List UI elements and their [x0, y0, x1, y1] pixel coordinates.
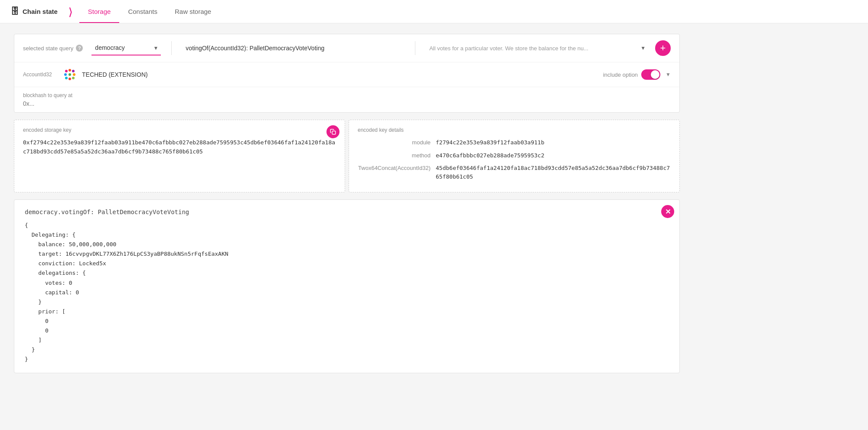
copy-key-button[interactable]: [326, 125, 339, 138]
svg-point-3: [72, 70, 75, 72]
top-navigation: 🗄 Chain state ❯ Storage Constants Raw st…: [0, 0, 868, 23]
query-label-text: selected state query: [23, 45, 73, 52]
key-detail-method-value: e470c6afbbbc027eb288ade7595953c2: [436, 151, 544, 160]
account-section: AccountId32 TECHED (EXTENSION) inclu: [14, 62, 679, 87]
svg-point-6: [73, 73, 75, 76]
tab-storage[interactable]: Storage: [79, 0, 120, 23]
close-result-button[interactable]: ✕: [661, 205, 674, 218]
result-panel: democracy.votingOf: PalletDemocracyVoteV…: [14, 199, 680, 373]
module-select-wrapper: democracy ▼: [91, 41, 161, 55]
desc-select-wrapper: All votes for a particular voter. We sto…: [426, 42, 648, 55]
encoded-storage-key-panel: encoded storage key 0xf2794c22e353e9a839…: [14, 120, 345, 192]
nav-separator-icon: ❯: [68, 6, 72, 17]
method-select[interactable]: votingOf(AccountId32): PalletDemocracyVo…: [182, 41, 405, 55]
add-query-button[interactable]: +: [655, 40, 671, 56]
key-detail-module-value: f2794c22e353e9a839f12faab03a911b: [436, 138, 544, 147]
include-option-section: include option ▼: [603, 69, 671, 80]
module-select[interactable]: democracy: [91, 41, 161, 55]
account-name: TECHED (EXTENSION): [82, 71, 148, 78]
brand-logo: 🗄 Chain state: [10, 7, 58, 16]
svg-point-7: [65, 77, 68, 79]
toggle-knob: [651, 70, 659, 79]
key-detail-twox-value: 45db6ef03646faf1a24120fa18ac718bd93cdd57…: [436, 164, 671, 181]
blockhash-input[interactable]: [23, 100, 671, 107]
encoded-storage-key-label: encoded storage key: [23, 127, 336, 133]
brand-title: Chain state: [23, 8, 58, 15]
tab-constants[interactable]: Constants: [119, 0, 166, 23]
encoded-key-details-label: encoded key details: [358, 127, 671, 133]
key-detail-module-row: module f2794c22e353e9a839f12faab03a911b: [358, 138, 671, 147]
query-section: selected state query ? democracy ▼ votin…: [14, 34, 679, 62]
help-icon[interactable]: ?: [76, 45, 83, 52]
key-detail-twox-row: Twox64Concat(AccountId32) 45db6ef03646fa…: [358, 164, 671, 181]
svg-point-4: [64, 73, 67, 76]
blockhash-section: blockhash to query at: [14, 87, 679, 112]
account-id-label: AccountId32: [23, 72, 58, 78]
query-label: selected state query ?: [23, 45, 83, 52]
svg-point-5: [69, 73, 71, 76]
method-select-wrapper: votingOf(AccountId32): PalletDemocracyVo…: [182, 41, 405, 55]
query-divider-2: [415, 41, 415, 55]
svg-point-1: [65, 70, 68, 72]
svg-point-8: [69, 78, 71, 80]
svg-point-9: [72, 77, 75, 79]
svg-point-2: [69, 69, 71, 72]
nav-tabs: Storage Constants Raw storage: [79, 0, 220, 23]
key-detail-module-label: module: [358, 138, 436, 146]
toggle-dropdown-icon[interactable]: ▼: [666, 72, 671, 78]
key-details-table: module f2794c22e353e9a839f12faab03a911b …: [358, 138, 671, 181]
desc-select[interactable]: All votes for a particular voter. We sto…: [426, 42, 648, 55]
key-detail-method-label: method: [358, 151, 436, 159]
blockhash-label: blockhash to query at: [23, 92, 671, 98]
result-title: democracy.votingOf: PalletDemocracyVoteV…: [25, 208, 669, 215]
result-code: { Delegating: { balance: 50,000,000,000 …: [25, 221, 669, 364]
key-detail-twox-label: Twox64Concat(AccountId32): [358, 164, 436, 171]
query-panel: selected state query ? democracy ▼ votin…: [14, 34, 680, 113]
include-option-toggle[interactable]: [641, 69, 660, 80]
avatar: [63, 68, 77, 81]
query-divider: [171, 41, 172, 55]
main-content: selected state query ? democracy ▼ votin…: [0, 23, 694, 384]
key-panels-row: encoded storage key 0xf2794c22e353e9a839…: [14, 120, 680, 192]
svg-rect-10: [332, 131, 336, 134]
include-option-label: include option: [603, 72, 638, 78]
brand-icon: 🗄: [10, 7, 19, 16]
encoded-storage-key-value: 0xf2794c22e353e9a839f12faab03a911be470c6…: [23, 138, 336, 156]
encoded-key-details-panel: encoded key details module f2794c22e353e…: [349, 120, 680, 192]
tab-raw-storage[interactable]: Raw storage: [166, 0, 220, 23]
key-detail-method-row: method e470c6afbbbc027eb288ade7595953c2: [358, 151, 671, 160]
